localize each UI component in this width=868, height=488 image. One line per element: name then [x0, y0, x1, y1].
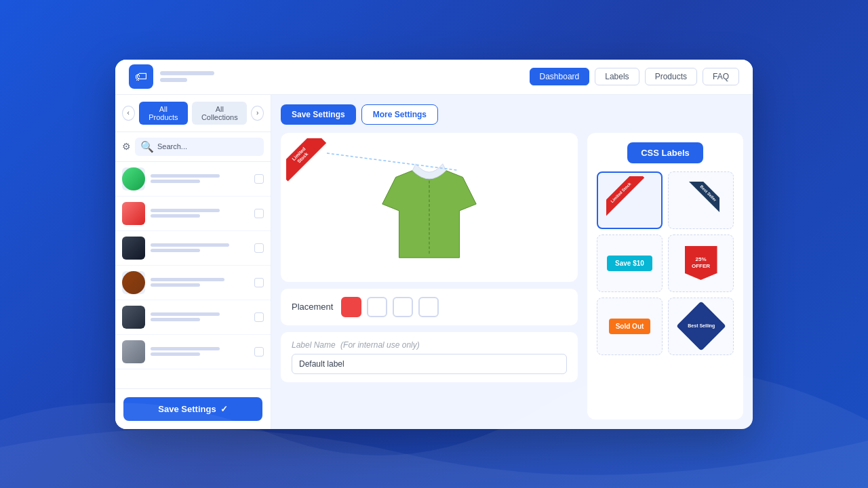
best-selling-label: Best Selling [676, 301, 726, 351]
header: 🏷 Dashboard Labels Products FAQ [115, 60, 753, 95]
product-info [151, 243, 249, 252]
label-name-section: Label Name (For internal use only) [281, 332, 578, 382]
label-card-best-selling[interactable]: Best Selling [668, 298, 734, 355]
search-box: 🔍 [135, 138, 264, 156]
label-card-sold-out[interactable]: Sold Out [597, 298, 663, 355]
content-main: LimitedStock Placement [281, 133, 743, 420]
ribbon-text: LimitedStock [286, 138, 326, 181]
product-checkbox[interactable] [254, 174, 264, 184]
label-card-save-tag[interactable]: Save $10 [597, 235, 663, 292]
placement-bottom-right[interactable] [418, 297, 439, 317]
product-info [151, 312, 249, 321]
css-labels-panel: CSS Labels Save $10 [587, 133, 743, 420]
sidebar-footer: Save Settings ✓ [115, 388, 271, 429]
product-thumb [122, 237, 145, 260]
labels-grid: Save $10 25% OFFER [597, 171, 734, 355]
content-area: Save Settings More Settings [271, 95, 753, 429]
placement-top-left[interactable] [341, 297, 361, 317]
product-checkbox[interactable] [254, 243, 264, 253]
product-line [151, 283, 200, 287]
label-card-ribbon-navy[interactable] [668, 171, 734, 229]
header-line-1 [160, 71, 214, 75]
list-item[interactable] [115, 197, 271, 231]
product-line [151, 174, 220, 178]
product-line [151, 209, 220, 212]
tab-all-products[interactable]: All Products [139, 102, 189, 125]
product-line [151, 243, 229, 247]
percent-badge-label: 25% OFFER [685, 246, 717, 280]
list-item[interactable] [115, 231, 271, 266]
product-thumb [122, 306, 145, 329]
placement-section: Placement [281, 289, 578, 325]
product-info [151, 174, 249, 183]
filter-icon[interactable]: ⚙ [122, 141, 131, 152]
checkmark-icon: ✓ [220, 404, 228, 414]
list-item[interactable] [115, 162, 271, 197]
list-item[interactable] [115, 266, 271, 300]
logo-icon: 🏷 [129, 64, 153, 89]
sold-out-label: Sold Out [609, 319, 651, 334]
product-line [151, 347, 220, 350]
placement-label: Placement [292, 302, 333, 312]
product-checkbox[interactable] [254, 312, 264, 322]
list-item[interactable] [115, 300, 271, 335]
product-line [151, 312, 220, 316]
tab-next-button[interactable]: › [251, 106, 264, 121]
percent-ribbon: 25% OFFER [685, 246, 717, 280]
app-window: 🏷 Dashboard Labels Products FAQ ‹ All Pr… [115, 60, 753, 429]
label-card-ribbon-red[interactable] [597, 171, 663, 229]
main-layout: ‹ All Products All Collections › ⚙ 🔍 [115, 95, 753, 429]
product-preview: LimitedStock [281, 133, 578, 282]
label-name-title: Label Name (For internal use only) [292, 340, 567, 350]
product-thumb [122, 202, 145, 225]
save-settings-button[interactable]: Save Settings [281, 104, 356, 125]
more-settings-button[interactable]: More Settings [361, 104, 438, 125]
ribbon-red-label [606, 176, 654, 224]
product-checkbox[interactable] [254, 209, 264, 218]
sidebar-search: ⚙ 🔍 [115, 132, 271, 162]
product-info [151, 347, 249, 356]
product-line [151, 249, 200, 252]
content-toolbar: Save Settings More Settings [281, 104, 743, 125]
css-labels-header: CSS Labels [597, 142, 734, 163]
product-info [151, 278, 249, 287]
sidebar-tabs: ‹ All Products All Collections › [115, 95, 271, 132]
placement-top-right[interactable] [367, 297, 387, 317]
header-left: 🏷 [129, 64, 214, 89]
nav-faq[interactable]: FAQ [703, 68, 739, 85]
ribbon-navy-label [682, 182, 719, 219]
product-line [151, 318, 200, 321]
header-nav: Dashboard Labels Products FAQ [530, 68, 739, 85]
tab-prev-button[interactable]: ‹ [122, 106, 135, 121]
product-list [115, 162, 271, 388]
product-info [151, 209, 249, 218]
product-checkbox[interactable] [254, 278, 264, 287]
product-line [151, 278, 224, 281]
nav-products[interactable]: Products [645, 68, 697, 85]
product-line [151, 180, 200, 183]
css-labels-button[interactable]: CSS Labels [627, 142, 703, 163]
nav-dashboard[interactable]: Dashboard [530, 68, 590, 85]
product-checkbox[interactable] [254, 347, 264, 357]
product-line [151, 352, 200, 356]
placement-bottom-left[interactable] [393, 297, 413, 317]
list-item[interactable] [115, 335, 271, 369]
tab-all-collections[interactable]: All Collections [192, 102, 247, 125]
product-thumb [122, 271, 145, 294]
product-line [151, 214, 200, 218]
preview-panel: LimitedStock Placement [281, 133, 578, 420]
save-tag-label: Save $10 [607, 256, 652, 271]
header-line-2 [160, 78, 187, 82]
label-card-percent-badge[interactable]: 25% OFFER [668, 235, 734, 292]
nav-labels[interactable]: Labels [595, 68, 639, 85]
sidebar: ‹ All Products All Collections › ⚙ 🔍 [115, 95, 271, 429]
search-input[interactable] [157, 142, 258, 150]
product-thumb [122, 167, 145, 190]
search-icon: 🔍 [140, 140, 154, 153]
label-name-input[interactable] [292, 354, 567, 374]
save-settings-sidebar-button[interactable]: Save Settings ✓ [123, 397, 262, 421]
placement-options [341, 297, 439, 317]
save-settings-label: Save Settings [158, 404, 216, 414]
product-thumb [122, 340, 145, 363]
header-lines [160, 71, 214, 82]
